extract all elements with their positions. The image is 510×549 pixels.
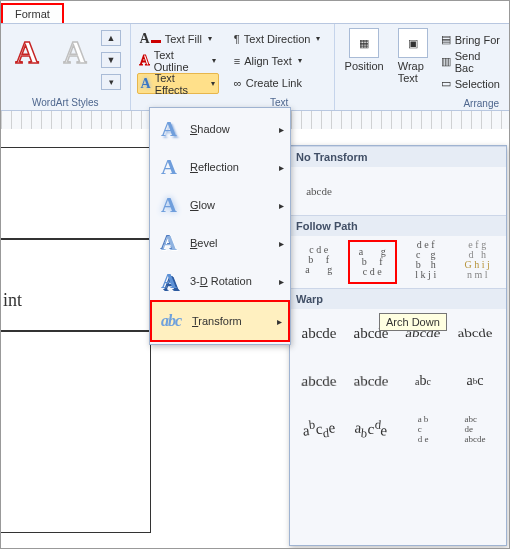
tab-format[interactable]: Format bbox=[1, 3, 64, 23]
follow-path-button[interactable]: e f gd hG h i jn m l bbox=[455, 240, 501, 280]
bring-forward-label: Bring For bbox=[455, 34, 500, 46]
warp-1-4[interactable]: abcde bbox=[450, 317, 500, 349]
bevel-icon: A bbox=[156, 230, 182, 256]
text-outline-button[interactable]: A Text Outline ▾ bbox=[137, 51, 219, 70]
wordart-gallery[interactable]: A A bbox=[5, 26, 97, 95]
warp-2-3[interactable]: abc bbox=[400, 361, 446, 401]
text-direction-icon: ¶ bbox=[234, 33, 240, 45]
send-backward-icon: ▥ bbox=[441, 55, 451, 68]
text-direction-label: Text Direction bbox=[244, 33, 311, 45]
text-effects-menu: A Shadow▸ A Reflection▸ A Glow▸ A Bevel▸… bbox=[149, 107, 291, 345]
warp-2-2[interactable]: abcde bbox=[345, 360, 396, 398]
effect-3d-rotation-label: 3-D Rotation bbox=[190, 275, 252, 287]
transform-gallery: No Transform abcde Follow Path c d eb fa… bbox=[289, 145, 507, 546]
shadow-icon: A bbox=[156, 116, 182, 142]
rotation-3d-icon: A bbox=[156, 268, 182, 294]
reflection-icon: A bbox=[156, 154, 182, 180]
link-icon: ∞ bbox=[234, 77, 242, 89]
warp-2-1[interactable]: abcde bbox=[293, 364, 344, 402]
send-backward-button[interactable]: ▥ Send Bac bbox=[438, 52, 503, 71]
send-backward-label: Send Bac bbox=[455, 50, 500, 74]
gallery-header-no-transform: No Transform bbox=[290, 146, 506, 167]
group-label-wordart: WordArt Styles bbox=[5, 95, 126, 110]
gallery-header-warp: Warp bbox=[290, 288, 506, 309]
effect-bevel[interactable]: A Bevel▸ bbox=[150, 224, 290, 262]
follow-path-circle[interactable]: d e fc gb hl k j i bbox=[403, 240, 449, 280]
bring-forward-icon: ▤ bbox=[441, 33, 451, 46]
gallery-down-icon[interactable]: ▼ bbox=[101, 52, 121, 68]
effect-glow[interactable]: A Glow▸ bbox=[150, 186, 290, 224]
gallery-up-icon[interactable]: ▲ bbox=[101, 30, 121, 46]
effect-shadow-label: Shadow bbox=[190, 123, 230, 135]
wordart-style-2[interactable]: A bbox=[53, 30, 97, 74]
align-text-icon: ≡ bbox=[234, 55, 240, 67]
text-effects-icon: A bbox=[141, 76, 151, 92]
group-label-arrange: Arrange bbox=[339, 96, 505, 111]
position-icon: ▦ bbox=[349, 28, 379, 58]
bring-forward-button[interactable]: ▤ Bring For bbox=[438, 30, 503, 49]
wrap-text-label: Wrap Text bbox=[398, 60, 428, 84]
position-button[interactable]: ▦ Position bbox=[339, 26, 390, 96]
effect-transform[interactable]: abc Transform▸ bbox=[150, 300, 290, 342]
effect-shadow[interactable]: A Shadow▸ bbox=[150, 110, 290, 148]
follow-path-arch-down[interactable]: a gb fc d e bbox=[348, 240, 398, 284]
selection-pane-label: Selection bbox=[455, 78, 500, 90]
transform-icon: abc bbox=[158, 308, 184, 334]
text-fill-label: Text Fill bbox=[165, 33, 202, 45]
text-effects-label: Text Effects bbox=[155, 72, 205, 96]
selection-pane-icon: ▭ bbox=[441, 77, 451, 90]
text-outline-icon: A bbox=[140, 53, 150, 69]
selection-pane-button[interactable]: ▭ Selection bbox=[438, 74, 503, 93]
warp-1-1[interactable]: abcde bbox=[296, 313, 342, 353]
follow-path-arch-up[interactable]: c d eb fa g bbox=[296, 240, 342, 280]
wrap-text-button[interactable]: ▣ Wrap Text bbox=[392, 26, 434, 96]
effect-glow-label: Glow bbox=[190, 199, 215, 211]
effect-reflection[interactable]: A Reflection▸ bbox=[150, 148, 290, 186]
gallery-more-icon[interactable]: ▾ bbox=[101, 74, 121, 90]
align-text-label: Align Text bbox=[244, 55, 292, 67]
wordart-style-1[interactable]: A bbox=[5, 30, 49, 74]
warp-3-4[interactable]: abcdeabcde bbox=[452, 409, 498, 449]
wrap-text-icon: ▣ bbox=[398, 28, 428, 58]
warp-3-1[interactable]: abcde bbox=[294, 407, 344, 452]
create-link-label: Create Link bbox=[246, 77, 302, 89]
effect-transform-label: Transform bbox=[192, 315, 242, 327]
text-outline-label: Text Outline bbox=[154, 49, 206, 73]
create-link-button[interactable]: ∞ Create Link bbox=[231, 73, 328, 92]
ribbon: A A ▲ ▼ ▾ WordArt Styles A Text Fill ▾ A… bbox=[1, 24, 509, 111]
text-fill-icon: A bbox=[140, 31, 161, 47]
effect-bevel-label: Bevel bbox=[190, 237, 218, 249]
position-label: Position bbox=[345, 60, 384, 72]
warp-3-2[interactable]: abcde bbox=[346, 407, 396, 452]
glow-icon: A bbox=[156, 192, 182, 218]
warp-3-3[interactable]: a bcd e bbox=[400, 409, 446, 449]
gallery-header-follow-path: Follow Path bbox=[290, 215, 506, 236]
no-transform-sample[interactable]: abcde bbox=[296, 171, 342, 211]
text-direction-button[interactable]: ¶ Text Direction ▾ bbox=[231, 29, 328, 48]
tooltip-arch-down: Arch Down bbox=[379, 313, 447, 331]
document-text: int bbox=[1, 240, 150, 311]
effect-reflection-label: Reflection bbox=[190, 161, 239, 173]
align-text-button[interactable]: ≡ Align Text ▾ bbox=[231, 51, 328, 70]
effect-3d-rotation[interactable]: A 3-D Rotation▸ bbox=[150, 262, 290, 300]
text-effects-button[interactable]: A Text Effects ▾ bbox=[137, 73, 219, 94]
text-fill-button[interactable]: A Text Fill ▾ bbox=[137, 29, 219, 48]
warp-2-4[interactable]: abc bbox=[452, 361, 498, 401]
